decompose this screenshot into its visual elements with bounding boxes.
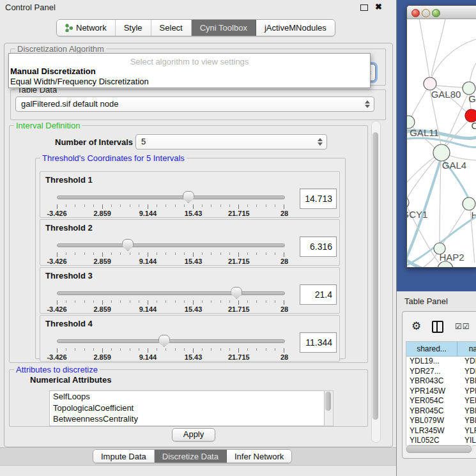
table-cell[interactable]: YLR345W — [406, 426, 460, 436]
slider-track[interactable] — [57, 291, 285, 295]
slider-major-ticks — [57, 300, 284, 305]
table-cell[interactable]: YBR043C — [406, 376, 460, 387]
slider-handle[interactable] — [122, 239, 134, 251]
tab-infer-network[interactable]: Infer Network — [227, 450, 291, 463]
number-of-intervals-combobox[interactable]: 5 — [135, 134, 327, 150]
table-cell[interactable]: YBR0 — [460, 376, 476, 387]
network-edge[interactable] — [431, 39, 476, 78]
attributes-scrollbar[interactable] — [324, 390, 334, 426]
threshold-panel-3: Threshold 3 -3.4262.8599.14415.4321.7152… — [40, 267, 340, 314]
tick-label: 21.715 — [228, 353, 250, 361]
group-title: Interval Definition — [14, 121, 82, 130]
tab-discretize-data[interactable]: Discretize Data — [155, 450, 227, 463]
network-node-gcy1[interactable] — [407, 197, 409, 208]
table-row[interactable]: YER054CYER0 — [406, 396, 476, 406]
table-row[interactable]: YDL19...YDL1 — [406, 357, 476, 367]
network-edge[interactable] — [407, 157, 434, 192]
tick-label: 15.43 — [185, 305, 203, 313]
threshold-value-field[interactable]: 6.316 — [300, 236, 337, 257]
minimize-traffic-light-icon[interactable] — [422, 9, 430, 17]
scrollbar-thumb[interactable] — [372, 132, 378, 420]
tab-style[interactable]: Style — [116, 20, 151, 36]
table-row[interactable]: YLR345WYLR3 — [406, 426, 476, 436]
table-data-combobox[interactable]: galFiltered.sif default node — [15, 96, 374, 112]
network-edge[interactable] — [407, 129, 408, 160]
table-cell[interactable]: YDL19... — [406, 357, 460, 367]
table-row[interactable]: YDR27...YDR2 — [406, 367, 476, 377]
tab-network[interactable]: Network — [57, 20, 116, 36]
node-label: GAL11 — [410, 127, 439, 138]
group-title: Threshold's Coordinates for 5 Intervals — [40, 153, 187, 163]
list-item[interactable]: TopologicalCoefficient — [50, 403, 333, 414]
network-node-gal80[interactable] — [424, 77, 436, 90]
network-node-gal4[interactable] — [433, 144, 450, 161]
threshold-value-field[interactable]: 11.344 — [300, 332, 337, 353]
split-columns-icon[interactable] — [432, 321, 443, 333]
network-node-gal11[interactable] — [407, 116, 415, 128]
slider-handle[interactable] — [158, 335, 170, 347]
list-item[interactable]: BetweennessCentrality — [50, 413, 333, 425]
threshold-value-field[interactable]: 14.713 — [300, 188, 337, 209]
table-cell[interactable]: YBL079W — [406, 416, 460, 426]
table-cell[interactable]: YER0 — [460, 396, 476, 406]
network-canvas[interactable]: GAL80GACGAL11GAL4GCY1HHAP2 — [407, 19, 476, 267]
content-scrollbar[interactable] — [371, 121, 381, 443]
gear-icon[interactable]: ⚙ — [411, 319, 421, 333]
scrollbar-thumb[interactable] — [406, 445, 472, 453]
slider-handle[interactable] — [231, 287, 242, 299]
numerical-attributes-list[interactable]: SelfLoops TopologicalCoefficient Between… — [49, 390, 334, 426]
zoom-traffic-light-icon[interactable] — [432, 9, 440, 17]
tab-select[interactable]: Select — [151, 20, 192, 36]
table-horizontal-scrollbar[interactable] — [405, 445, 474, 452]
threshold-1-slider[interactable]: -3.4262.8599.14415.4321.71528 — [57, 191, 284, 217]
network-edge[interactable] — [419, 19, 429, 77]
table-cell[interactable]: YPR1 — [460, 387, 476, 397]
table-cell[interactable]: YPR145W — [406, 387, 460, 397]
float-window-icon[interactable] — [360, 4, 368, 11]
threshold-3-slider[interactable]: -3.4262.8599.14415.4321.71528 — [57, 287, 284, 312]
popup-option-equal-width-frequency[interactable]: Equal Width/Frequency Discretization — [9, 77, 370, 87]
threshold-value-field[interactable]: 21.4 — [300, 284, 337, 305]
network-window-titlebar[interactable] — [407, 6, 476, 19]
node-attribute-table: shared... na YDL19...YDL1YDR27...YDR2YBR… — [406, 341, 476, 446]
tab-cyni-toolbox[interactable]: Cyni Toolbox — [192, 20, 256, 36]
close-traffic-light-icon[interactable] — [411, 9, 420, 17]
table-cell[interactable]: YLR3 — [460, 426, 476, 436]
table-row[interactable]: YBR043CYBR0 — [406, 376, 476, 387]
threshold-4-slider[interactable]: -3.4262.8599.14415.4321.71528 — [57, 335, 284, 360]
column-header-name[interactable]: na — [457, 342, 476, 356]
table-cell[interactable]: YER054C — [406, 396, 460, 406]
tab-label: Impute Data — [101, 452, 146, 461]
tab-impute-data[interactable]: Impute Data — [93, 450, 155, 463]
table-row[interactable]: YBL079WYBL0 — [406, 416, 476, 426]
column-header-shared-name[interactable]: shared... — [406, 342, 457, 356]
table-cell[interactable]: YDL1 — [460, 357, 476, 367]
tab-jactivemnodules[interactable]: jActiveMNodules — [256, 20, 335, 36]
threshold-2-slider[interactable]: -3.4262.8599.14415.4321.71528 — [57, 239, 284, 265]
apply-button[interactable]: Apply — [172, 428, 215, 441]
popup-option-manual-discretization[interactable]: Manual Discretization — [9, 66, 370, 77]
network-edge[interactable] — [411, 89, 427, 116]
combo-value: galFiltered.sif default node — [21, 99, 118, 109]
slider-track[interactable] — [57, 243, 285, 247]
slider-handle[interactable] — [183, 191, 194, 203]
scrollbar-thumb[interactable] — [325, 392, 331, 411]
slider-track[interactable] — [57, 339, 285, 343]
list-item[interactable]: SelfLoops — [50, 391, 333, 403]
table-cell[interactable]: YDR27... — [406, 367, 460, 377]
select-columns-checkboxes-icon[interactable]: ☑☑ — [455, 322, 470, 331]
network-node-h[interactable] — [463, 197, 475, 210]
slider-track[interactable] — [57, 196, 285, 199]
network-edge[interactable] — [436, 86, 463, 88]
network-edge[interactable] — [440, 161, 441, 243]
table-cell[interactable]: YBR0 — [460, 406, 476, 417]
table-row[interactable]: YBR045CYBR0 — [406, 406, 476, 417]
table-cell[interactable]: YDR2 — [460, 367, 476, 377]
table-row[interactable]: YPR145WYPR1 — [406, 387, 476, 397]
table-cell[interactable]: YBL0 — [460, 416, 476, 426]
table-cell[interactable]: YBR045C — [406, 406, 460, 417]
table-body: YDL19...YDL1YDR27...YDR2YBR043CYBR0YPR14… — [406, 357, 476, 446]
network-edge[interactable] — [431, 19, 445, 76]
close-icon[interactable]: ✖ — [375, 2, 382, 12]
network-node-ga[interactable] — [463, 82, 475, 95]
